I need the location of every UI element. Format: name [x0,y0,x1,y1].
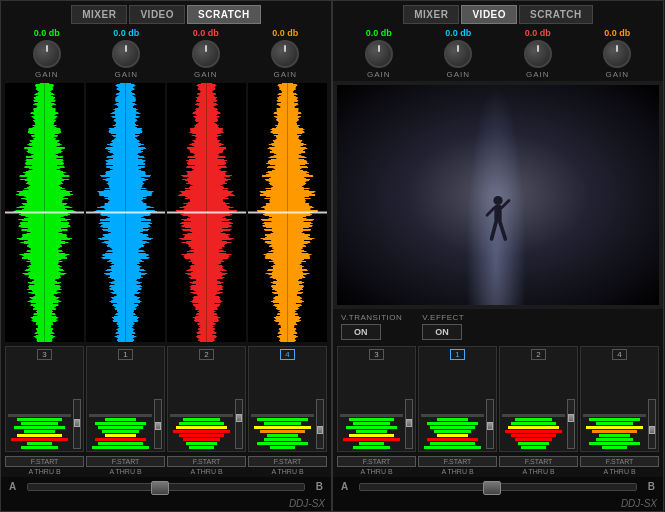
left-tab-scratch[interactable]: SCRATCH [187,5,261,24]
right-gain-1-label: GAIN [367,70,391,79]
right-gain-4-value: 0.0 db [604,28,630,38]
left-waveform-1 [5,83,84,342]
left-ddj-label: DDJ-SX [1,496,331,511]
left-gain-3-value: 0.0 db [193,28,219,38]
svg-line-4 [492,222,497,239]
left-gain-2-label: GAIN [114,70,138,79]
left-ch-2-num: 2 [199,349,213,360]
left-gain-3-label: GAIN [194,70,218,79]
left-gain-1-knob[interactable] [33,40,61,68]
svg-point-0 [493,196,502,205]
right-video-inner [337,85,659,305]
right-fstart-btn-4[interactable]: F.START [580,456,659,467]
right-v-transition-btn[interactable]: ON [341,324,381,340]
left-cf-a: A [9,481,23,492]
right-fstart-btn-2[interactable]: F.START [418,456,497,467]
svg-line-3 [502,201,509,208]
right-ch-3: 3 [337,346,416,452]
right-ch-1-num: 1 [450,349,464,360]
dancer-silhouette [484,195,512,250]
right-ab-2: A THRU B [441,468,473,475]
left-gain-2: 0.0 db GAIN [91,28,161,79]
left-gain-1-value: 0.0 db [34,28,60,38]
left-tab-mixer[interactable]: MIXER [71,5,127,24]
left-gain-1-label: GAIN [35,70,59,79]
right-gain-1-value: 0.0 db [366,28,392,38]
right-ab-1: A THRU B [360,468,392,475]
left-fstart-btn-4[interactable]: F.START [248,456,327,467]
right-channel-strips: 3 1 [333,344,663,454]
left-gain-4-value: 0.0 db [272,28,298,38]
left-fstart-2: F.START A THRU B [86,456,165,475]
right-ab-4: A THRU B [603,468,635,475]
right-ch-2-num: 2 [531,349,545,360]
left-gain-2-value: 0.0 db [113,28,139,38]
left-gain-2-knob[interactable] [112,40,140,68]
left-fstart-btn-2[interactable]: F.START [86,456,165,467]
right-fstart-4: F.START A THRU B [580,456,659,475]
left-tab-video[interactable]: VIDEO [129,5,185,24]
left-cf-handle[interactable] [151,481,169,495]
right-ddj-label: DDJ-SX [333,496,663,511]
right-fstart-btn-3[interactable]: F.START [499,456,578,467]
left-gain-row: 0.0 db GAIN 0.0 db GAIN 0.0 db GAIN 0.0 … [1,24,331,81]
right-gain-3: 0.0 db GAIN [503,28,573,79]
left-waveforms [1,81,331,344]
left-waveform-2 [86,83,165,342]
right-v-transition-label: V.TRANSITION [341,313,402,322]
left-ch-1: 1 [86,346,165,452]
right-v-effect: V.EFFECT ON [422,313,464,340]
svg-line-2 [487,208,494,215]
right-gain-2-value: 0.0 db [445,28,471,38]
left-ch-3: 3 [5,346,84,452]
right-fstart-1: F.START A THRU B [337,456,416,475]
left-channel-strips: 3 1 [1,344,331,454]
right-crossfader-row: A B [333,477,663,496]
right-v-transition: V.TRANSITION ON [341,313,402,340]
right-tab-mixer[interactable]: MIXER [403,5,459,24]
left-crossfader[interactable] [27,483,305,491]
left-fstart-btn-3[interactable]: F.START [167,456,246,467]
right-video-controls: V.TRANSITION ON V.EFFECT ON [333,309,663,344]
right-panel: MIXER VIDEO SCRATCH 0.0 db GAIN 0.0 db G… [332,0,664,512]
left-ch-2: 2 [167,346,246,452]
left-tabs: MIXER VIDEO SCRATCH [1,1,331,24]
right-tab-video[interactable]: VIDEO [461,5,517,24]
left-ch-3-num: 3 [37,349,51,360]
right-gain-1-knob[interactable] [365,40,393,68]
left-fstart-btn-1[interactable]: F.START [5,456,84,467]
left-waveform-4 [248,83,327,342]
left-bottom-strip: F.START A THRU B F.START A THRU B F.STAR… [1,454,331,477]
right-gain-1: 0.0 db GAIN [344,28,414,79]
right-ch-3-num: 3 [369,349,383,360]
right-gain-4-knob[interactable] [603,40,631,68]
left-ab-4: A THRU B [271,468,303,475]
right-gain-4: 0.0 db GAIN [582,28,652,79]
right-cf-handle[interactable] [483,481,501,495]
left-gain-3-knob[interactable] [192,40,220,68]
left-fstart-1: F.START A THRU B [5,456,84,475]
right-gain-2-knob[interactable] [444,40,472,68]
right-ch-2: 2 [499,346,578,452]
right-v-effect-label: V.EFFECT [422,313,464,322]
right-tabs: MIXER VIDEO SCRATCH [333,1,663,24]
left-panel: MIXER VIDEO SCRATCH 0.0 db GAIN 0.0 db G… [0,0,332,512]
right-cf-a: A [341,481,355,492]
right-cf-b: B [641,481,655,492]
right-ch-1: 1 [418,346,497,452]
right-crossfader[interactable] [359,483,637,491]
right-gain-3-label: GAIN [526,70,550,79]
right-v-effect-btn[interactable]: ON [422,324,462,340]
left-fstart-3: F.START A THRU B [167,456,246,475]
left-crossfader-row: A B [1,477,331,496]
left-ab-1: A THRU B [28,468,60,475]
left-gain-4-label: GAIN [273,70,297,79]
right-fstart-btn-1[interactable]: F.START [337,456,416,467]
left-ch-1-num: 1 [118,349,132,360]
right-gain-3-knob[interactable] [524,40,552,68]
right-gain-2-label: GAIN [446,70,470,79]
right-tab-scratch[interactable]: SCRATCH [519,5,593,24]
right-gain-2: 0.0 db GAIN [423,28,493,79]
left-gain-4-knob[interactable] [271,40,299,68]
left-fstart-4: F.START A THRU B [248,456,327,475]
